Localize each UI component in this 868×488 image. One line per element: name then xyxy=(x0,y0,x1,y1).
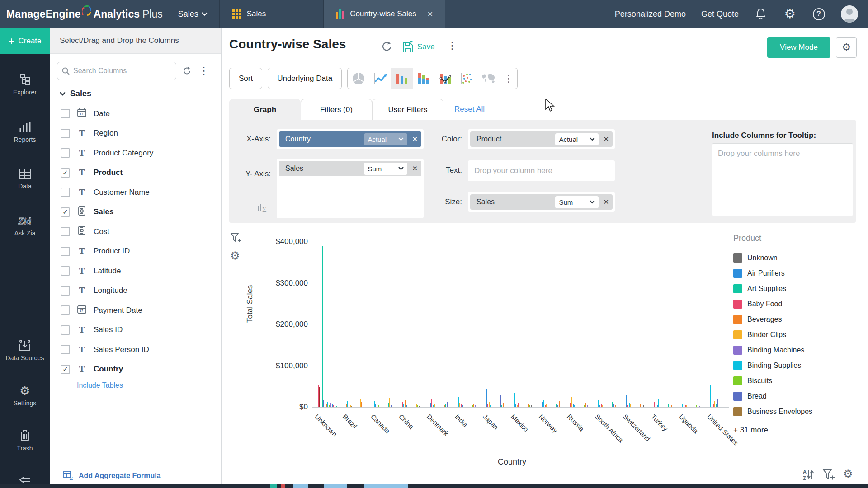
chart-bar[interactable] xyxy=(378,405,379,407)
sort-button[interactable]: Sort xyxy=(229,68,262,89)
search-box[interactable] xyxy=(57,62,176,80)
chart-bar[interactable] xyxy=(330,403,331,407)
legend-item-baby-food[interactable]: Baby Food xyxy=(733,296,864,312)
chart-bar[interactable] xyxy=(350,405,351,407)
help-icon[interactable]: ? xyxy=(812,7,826,21)
chart-bar[interactable] xyxy=(329,405,330,407)
chart-bar[interactable] xyxy=(389,398,390,407)
chart-bar[interactable] xyxy=(490,405,491,407)
chart-bar[interactable] xyxy=(629,403,630,407)
chart-bar[interactable] xyxy=(574,405,575,407)
chart-bar[interactable] xyxy=(461,404,462,407)
chart-type-scatter-icon[interactable] xyxy=(456,68,478,89)
size-remove-icon[interactable]: ✕ xyxy=(603,198,609,206)
chart-filter-icon[interactable] xyxy=(230,232,242,246)
chart-bar[interactable] xyxy=(500,395,501,407)
sidebar-item-ask-zia[interactable]: Zia Ask Zia xyxy=(0,214,50,237)
chart-bar[interactable] xyxy=(529,405,530,407)
chart-bar[interactable] xyxy=(333,405,334,407)
chart-bar[interactable] xyxy=(571,397,572,407)
checkbox[interactable]: ✓ xyxy=(61,207,70,217)
brand-logo[interactable]: ManageEngine Analytics Plus xyxy=(6,5,163,23)
chart-type-pie-icon[interactable] xyxy=(348,68,369,89)
chart-bar[interactable] xyxy=(601,404,602,407)
legend-item-binder-clips[interactable]: Binder Clips xyxy=(733,327,864,343)
chart-bar[interactable] xyxy=(654,402,655,407)
chart-bar[interactable] xyxy=(626,395,627,407)
view-mode-button[interactable]: View Mode xyxy=(767,37,830,58)
column-item-region[interactable]: TRegion xyxy=(50,124,221,144)
chart-bar[interactable] xyxy=(640,404,641,407)
column-item-cost[interactable]: Cost xyxy=(50,222,221,242)
legend-item-unknown[interactable]: Unknown xyxy=(733,250,864,266)
column-item-product[interactable]: ✓TProduct xyxy=(50,163,221,183)
add-aggregate-formula-link[interactable]: Add Aggregate Formula xyxy=(79,472,161,480)
column-item-longitude[interactable]: TLongitude xyxy=(50,281,221,301)
chart-bar[interactable] xyxy=(518,403,519,407)
chart-bar[interactable] xyxy=(349,405,349,407)
chart-bar[interactable] xyxy=(434,404,435,407)
chart-bar[interactable] xyxy=(391,405,392,407)
chart-bar[interactable] xyxy=(473,404,474,407)
column-item-customer-name[interactable]: TCustomer Name xyxy=(50,183,221,202)
legend-item-art-supplies[interactable]: Art Supplies xyxy=(733,281,864,296)
chart-bar[interactable] xyxy=(486,389,487,407)
chart-type-stacked-bar-icon[interactable] xyxy=(413,68,434,89)
x-axis-agg-dropdown[interactable]: Actual xyxy=(364,133,407,145)
chart-bar[interactable] xyxy=(336,406,337,407)
chart-bar[interactable] xyxy=(642,405,642,407)
tab-user-filters[interactable]: User Filters xyxy=(372,99,443,120)
chart-bar[interactable] xyxy=(587,405,588,407)
chart-bar[interactable] xyxy=(402,402,403,407)
checkbox[interactable] xyxy=(61,286,70,296)
chart-bar[interactable] xyxy=(417,405,418,407)
chart-bar[interactable] xyxy=(698,404,698,407)
chart-bar[interactable] xyxy=(487,404,488,407)
y-axis-pill[interactable]: Sales Sum ✕ xyxy=(279,161,421,176)
chart-plot-area[interactable]: UnknownBrazilCanadaChinaDenmarkIndiaJapa… xyxy=(312,242,729,407)
include-tables-link[interactable]: Include Tables xyxy=(77,381,123,389)
chart-bar[interactable] xyxy=(602,405,603,407)
legend-item-binding-supplies[interactable]: Binding Supplies xyxy=(733,358,864,373)
chart-bar[interactable] xyxy=(643,405,644,407)
chart-bar[interactable] xyxy=(685,405,686,407)
chart-bar[interactable] xyxy=(543,400,544,407)
legend-item-biscuits[interactable]: Biscuits xyxy=(733,373,864,389)
chart-bar[interactable] xyxy=(322,246,323,407)
chart-type-combo-icon[interactable] xyxy=(434,68,456,89)
chart-bar[interactable] xyxy=(615,405,616,407)
chart-bar[interactable] xyxy=(696,405,697,407)
column-item-product-category[interactable]: TProduct Category xyxy=(50,143,221,163)
chart-bar[interactable] xyxy=(475,405,476,407)
checkbox[interactable] xyxy=(61,305,70,315)
chart-type-line-icon[interactable] xyxy=(369,68,391,89)
chart-sort-az-icon[interactable]: AZ xyxy=(802,469,814,482)
color-agg-dropdown[interactable]: Actual xyxy=(555,133,599,145)
chart-bar[interactable] xyxy=(374,401,375,407)
chart-bar[interactable] xyxy=(326,404,327,407)
measure-summary-icon[interactable]: Σ xyxy=(257,202,269,215)
chart-bar[interactable] xyxy=(430,403,431,407)
chart-bar[interactable] xyxy=(319,387,320,407)
chart-bar[interactable] xyxy=(612,402,613,407)
chart-settings-gear-icon[interactable]: ⚙ xyxy=(230,249,240,262)
chart-bar[interactable] xyxy=(684,401,684,407)
personalized-demo-link[interactable]: Personalized Demo xyxy=(615,9,686,19)
chart-bar[interactable] xyxy=(570,403,571,407)
chart-type-map-icon[interactable] xyxy=(478,68,500,89)
checkbox[interactable]: ✓ xyxy=(61,168,70,178)
chart-bar[interactable] xyxy=(630,404,631,407)
chart-bar[interactable] xyxy=(613,404,614,407)
text-dropzone[interactable]: Drop your column here xyxy=(468,160,615,181)
checkbox[interactable] xyxy=(61,227,70,236)
sidebar-item-reports[interactable]: Reports xyxy=(0,121,50,143)
chart-bar[interactable] xyxy=(556,404,557,407)
chart-bar[interactable] xyxy=(363,405,363,407)
chart-bar[interactable] xyxy=(657,405,658,407)
chart-bar[interactable] xyxy=(416,404,417,407)
chart-bar[interactable] xyxy=(351,406,352,407)
legend-item-binding-machines[interactable]: Binding Machines xyxy=(733,343,864,358)
column-item-payment-date[interactable]: 17Payment Date xyxy=(50,300,221,320)
color-dropzone[interactable]: Product Actual ✕ xyxy=(468,129,615,149)
report-menu-kebab-icon[interactable]: ⋮ xyxy=(447,42,457,50)
